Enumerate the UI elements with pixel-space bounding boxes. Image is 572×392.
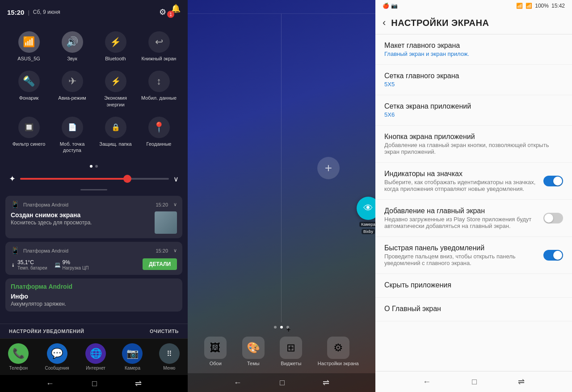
- notif-battery-title: Инфо: [11, 293, 177, 300]
- nav-menu[interactable]: ⠿ Меню: [159, 343, 180, 371]
- nav-messages[interactable]: 💬 Сообщения: [45, 343, 69, 371]
- nav-phone[interactable]: 📞 Телефон: [8, 343, 29, 371]
- settings-page-title: НАСТРОЙКИ ЭКРАНА: [391, 18, 489, 28]
- nav-camera[interactable]: 📷 Камера: [122, 343, 143, 371]
- notif-screenshot-expand[interactable]: ∨: [173, 202, 177, 207]
- toggle-reading[interactable]: ↩ Книжный экран: [138, 28, 180, 65]
- settings-item-quick-panel-title: Быстрая панель уведомлений: [384, 244, 543, 252]
- brightness-fill: [20, 178, 127, 180]
- sound-icon: 🔊: [66, 36, 78, 48]
- recents-button-p1[interactable]: ⇌: [135, 379, 142, 388]
- home-page-right[interactable]: +: [282, 13, 375, 322]
- camera-icon: 📷: [122, 343, 143, 364]
- settings-status-right: 📶 📶 100% 15:42: [516, 3, 565, 9]
- wallpapers-label: Обои: [210, 361, 222, 366]
- notif-screenshot[interactable]: 📱 Платформа Android 15:20 ∨ Создан снимо…: [5, 196, 182, 238]
- home-screen-settings[interactable]: ⚙ Настройки экрана: [318, 337, 359, 366]
- settings-back-button[interactable]: ‹: [383, 17, 386, 29]
- toggle-wifi[interactable]: 📶 ASUS_5G: [8, 28, 50, 65]
- settings-item-hide-apps-title: Скрыть приложения: [384, 281, 563, 289]
- settings-item-quick-panel[interactable]: Быстрая панель уведомлений Проведите пал…: [375, 237, 572, 274]
- bluetooth-label: Bluetooth: [105, 55, 126, 62]
- flashlight-label: Фонарик: [19, 95, 39, 101]
- notification-actions: НАСТРОЙКИ УВЕДОМЛЕНИЙ ОЧИСТИТЬ: [0, 324, 188, 338]
- secure-folder-icon-wrap: 🔒: [105, 117, 126, 138]
- add-page-button[interactable]: +: [317, 157, 340, 179]
- stats-container: 🌡 35,1°C Темп. батареи 💻 9% Нагрузка ЦП: [11, 259, 89, 270]
- toggle-bluetooth[interactable]: ⚡ Bluetooth: [94, 28, 137, 65]
- settings-item-about-home[interactable]: О Главный экран: [375, 298, 572, 321]
- home-button-p3[interactable]: □: [472, 377, 477, 387]
- reading-icon: ↩: [155, 36, 163, 48]
- home-button-p2[interactable]: □: [280, 378, 285, 388]
- toggle-hotspot[interactable]: 📄 Моб. точка доступа: [51, 113, 93, 157]
- detail-button[interactable]: ДЕТАЛИ: [143, 258, 177, 270]
- toggle-sound[interactable]: 🔊 Звук: [51, 28, 93, 65]
- bixby-label-line1: Камера: [359, 222, 375, 227]
- expand-icon[interactable]: ∨: [173, 175, 179, 183]
- home-wallpapers[interactable]: 🖼 Обои: [204, 337, 227, 366]
- settings-list: Макет главного экрана Главный экран и эк…: [375, 34, 572, 371]
- toggle-geodata[interactable]: 📍 Геоданные: [138, 113, 180, 157]
- back-button-p2[interactable]: ←: [234, 378, 242, 388]
- badge-icons-toggle[interactable]: [543, 176, 563, 186]
- settings-item-apps-button[interactable]: Кнопка экрана приложений Добавление на г…: [375, 126, 572, 163]
- stat-cpu-content: 9% Нагрузка ЦП: [63, 259, 89, 270]
- notif-stats-expand[interactable]: ∨: [173, 248, 177, 253]
- stat-temp-label: Темп. батареи: [17, 266, 47, 270]
- settings-item-about-home-content: О Главный экран: [384, 305, 563, 314]
- toggle-mobile-data[interactable]: ↕ Мобил. данные: [138, 67, 180, 111]
- home-dot-plus[interactable]: +: [286, 326, 289, 329]
- settings-header: ‹ НАСТРОЙКИ ЭКРАНА: [375, 12, 572, 34]
- widgets-label: Виджеты: [281, 361, 301, 366]
- hotspot-label: Моб. точка доступа: [53, 141, 92, 154]
- stat-temp-value: 35,1°C: [17, 259, 47, 266]
- gear-icon[interactable]: ⚙: [159, 7, 166, 17]
- toggle-airplane[interactable]: ✈ Авиа-режим: [51, 67, 93, 111]
- notif-system-stats[interactable]: 📱 Платформа Android 15:20 ∨ 🌡 35,1°C Тем…: [5, 242, 182, 275]
- clear-notifications-button[interactable]: ОЧИСТИТЬ: [150, 329, 179, 334]
- recents-button-p2[interactable]: ⇌: [323, 378, 329, 388]
- notification-bell[interactable]: 🔔 1: [171, 4, 181, 21]
- settings-item-about-home-title: О Главный экран: [384, 305, 563, 313]
- settings-item-home-layout[interactable]: Макет главного экрана Главный экран и эк…: [375, 34, 572, 65]
- home-themes[interactable]: 🎨 Темы: [242, 337, 265, 366]
- quick-panel-toggle[interactable]: [543, 250, 563, 261]
- settings-item-apps-grid-title: Сетка экрана приложений: [384, 102, 563, 110]
- settings-notifications-button[interactable]: НАСТРОЙКИ УВЕДОМЛЕНИЙ: [9, 329, 84, 334]
- settings-item-home-grid[interactable]: Сетка главного экрана 5Х5: [375, 65, 572, 95]
- back-button-p1[interactable]: ←: [46, 379, 54, 388]
- brightness-slider[interactable]: [20, 178, 169, 180]
- home-widgets[interactable]: ⊞ Виджеты: [280, 337, 302, 366]
- add-home-toggle[interactable]: [543, 213, 563, 223]
- wallpapers-icon: 🖼: [204, 337, 227, 359]
- toggle-battery-saver[interactable]: ⚡ Экономия энергии: [94, 67, 137, 111]
- nav-internet[interactable]: 🌐 Интернет: [85, 343, 106, 371]
- settings-item-badge-icons[interactable]: Индикаторы на значках Выберите, как отоб…: [375, 163, 572, 200]
- toggle-blue-filter[interactable]: 🔲 Фильтр синего: [8, 113, 50, 157]
- back-button-p3[interactable]: ←: [423, 377, 431, 387]
- settings-item-hide-apps[interactable]: Скрыть приложения: [375, 274, 572, 298]
- notif-stats-header: 📱 Платформа Android 15:20 ∨: [11, 246, 177, 255]
- notification-badge: 1: [167, 11, 174, 18]
- settings-time: 15:42: [551, 3, 565, 9]
- notif-battery[interactable]: Платформа Android Инфо Аккумулятор заряж…: [5, 278, 182, 312]
- home-button-p1[interactable]: □: [92, 379, 97, 388]
- notif-screenshot-body: Создан снимок экрана Коснитесь здесь для…: [11, 211, 177, 234]
- settings-item-apps-grid[interactable]: Сетка экрана приложений 5Х6: [375, 95, 572, 126]
- settings-item-add-home[interactable]: Добавление на главный экран Недавно загр…: [375, 200, 572, 237]
- home-page-left[interactable]: [188, 13, 282, 322]
- status-bar: 15:20 | Сб, 9 июня ⚙ 🔔 1: [0, 0, 188, 24]
- bixby-camera-button[interactable]: 👁 Камера Bixby: [357, 197, 375, 234]
- geodata-icon-wrap: 📍: [148, 117, 170, 138]
- reading-label: Книжный экран: [142, 55, 177, 62]
- toggle-row-3: 🔲 Фильтр синего 📄 Моб. точка доступа 🔒 З…: [7, 113, 181, 157]
- settings-item-add-home-title: Добавление на главный экран: [384, 207, 543, 215]
- blue-filter-icon: 🔲: [25, 123, 34, 131]
- recents-button-p3[interactable]: ⇌: [518, 377, 525, 387]
- toggle-flashlight[interactable]: 🔦 Фонарик: [8, 67, 50, 111]
- home-dot-2: [280, 326, 283, 329]
- notif-battery-text: Аккумулятор заряжен.: [11, 301, 177, 307]
- toggle-secure-folder[interactable]: 🔒 Защищ. папка: [94, 113, 137, 157]
- status-bar-left: 15:20 | Сб, 9 июня: [7, 8, 60, 16]
